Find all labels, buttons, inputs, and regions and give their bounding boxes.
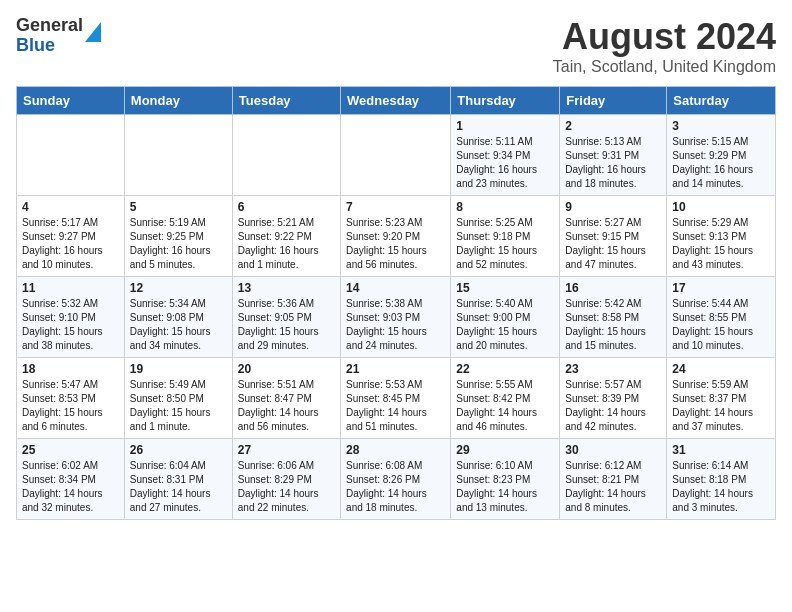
day-info: Sunrise: 5:32 AMSunset: 9:10 PMDaylight:… <box>22 297 119 353</box>
day-info: Sunrise: 6:08 AMSunset: 8:26 PMDaylight:… <box>346 459 445 515</box>
calendar-header-row: SundayMondayTuesdayWednesdayThursdayFrid… <box>17 87 776 115</box>
day-info: Sunrise: 5:53 AMSunset: 8:45 PMDaylight:… <box>346 378 445 434</box>
day-info: Sunrise: 5:51 AMSunset: 8:47 PMDaylight:… <box>238 378 335 434</box>
calendar-cell: 30Sunrise: 6:12 AMSunset: 8:21 PMDayligh… <box>560 439 667 520</box>
calendar-cell: 13Sunrise: 5:36 AMSunset: 9:05 PMDayligh… <box>232 277 340 358</box>
calendar-cell: 27Sunrise: 6:06 AMSunset: 8:29 PMDayligh… <box>232 439 340 520</box>
calendar-cell: 22Sunrise: 5:55 AMSunset: 8:42 PMDayligh… <box>451 358 560 439</box>
title-block: August 2024 Tain, Scotland, United Kingd… <box>553 16 776 76</box>
day-info: Sunrise: 5:47 AMSunset: 8:53 PMDaylight:… <box>22 378 119 434</box>
calendar-cell: 16Sunrise: 5:42 AMSunset: 8:58 PMDayligh… <box>560 277 667 358</box>
day-number: 17 <box>672 281 770 295</box>
calendar-cell: 1Sunrise: 5:11 AMSunset: 9:34 PMDaylight… <box>451 115 560 196</box>
day-number: 24 <box>672 362 770 376</box>
calendar-cell: 26Sunrise: 6:04 AMSunset: 8:31 PMDayligh… <box>124 439 232 520</box>
calendar-week-row: 11Sunrise: 5:32 AMSunset: 9:10 PMDayligh… <box>17 277 776 358</box>
day-info: Sunrise: 5:42 AMSunset: 8:58 PMDaylight:… <box>565 297 661 353</box>
calendar-cell: 19Sunrise: 5:49 AMSunset: 8:50 PMDayligh… <box>124 358 232 439</box>
calendar-cell: 4Sunrise: 5:17 AMSunset: 9:27 PMDaylight… <box>17 196 125 277</box>
day-info: Sunrise: 5:21 AMSunset: 9:22 PMDaylight:… <box>238 216 335 272</box>
day-number: 19 <box>130 362 227 376</box>
calendar-cell <box>232 115 340 196</box>
day-number: 4 <box>22 200 119 214</box>
day-number: 5 <box>130 200 227 214</box>
calendar-table: SundayMondayTuesdayWednesdayThursdayFrid… <box>16 86 776 520</box>
day-number: 14 <box>346 281 445 295</box>
day-info: Sunrise: 6:14 AMSunset: 8:18 PMDaylight:… <box>672 459 770 515</box>
day-number: 9 <box>565 200 661 214</box>
calendar-cell: 7Sunrise: 5:23 AMSunset: 9:20 PMDaylight… <box>341 196 451 277</box>
day-number: 15 <box>456 281 554 295</box>
calendar-cell: 15Sunrise: 5:40 AMSunset: 9:00 PMDayligh… <box>451 277 560 358</box>
day-number: 22 <box>456 362 554 376</box>
calendar-cell: 20Sunrise: 5:51 AMSunset: 8:47 PMDayligh… <box>232 358 340 439</box>
header-saturday: Saturday <box>667 87 776 115</box>
day-info: Sunrise: 5:38 AMSunset: 9:03 PMDaylight:… <box>346 297 445 353</box>
day-number: 20 <box>238 362 335 376</box>
logo-general: General <box>16 16 83 36</box>
day-number: 16 <box>565 281 661 295</box>
logo-blue: Blue <box>16 36 83 56</box>
day-number: 12 <box>130 281 227 295</box>
day-number: 8 <box>456 200 554 214</box>
header-sunday: Sunday <box>17 87 125 115</box>
day-info: Sunrise: 5:49 AMSunset: 8:50 PMDaylight:… <box>130 378 227 434</box>
day-number: 11 <box>22 281 119 295</box>
day-number: 21 <box>346 362 445 376</box>
calendar-cell: 24Sunrise: 5:59 AMSunset: 8:37 PMDayligh… <box>667 358 776 439</box>
day-info: Sunrise: 5:29 AMSunset: 9:13 PMDaylight:… <box>672 216 770 272</box>
calendar-cell: 18Sunrise: 5:47 AMSunset: 8:53 PMDayligh… <box>17 358 125 439</box>
day-info: Sunrise: 5:25 AMSunset: 9:18 PMDaylight:… <box>456 216 554 272</box>
day-number: 26 <box>130 443 227 457</box>
day-info: Sunrise: 5:15 AMSunset: 9:29 PMDaylight:… <box>672 135 770 191</box>
calendar-cell: 25Sunrise: 6:02 AMSunset: 8:34 PMDayligh… <box>17 439 125 520</box>
day-number: 2 <box>565 119 661 133</box>
calendar-cell <box>124 115 232 196</box>
day-info: Sunrise: 6:12 AMSunset: 8:21 PMDaylight:… <box>565 459 661 515</box>
calendar-cell: 11Sunrise: 5:32 AMSunset: 9:10 PMDayligh… <box>17 277 125 358</box>
day-number: 18 <box>22 362 119 376</box>
day-info: Sunrise: 5:36 AMSunset: 9:05 PMDaylight:… <box>238 297 335 353</box>
header-thursday: Thursday <box>451 87 560 115</box>
day-number: 10 <box>672 200 770 214</box>
page-header: General Blue August 2024 Tain, Scotland,… <box>16 16 776 76</box>
calendar-cell: 23Sunrise: 5:57 AMSunset: 8:39 PMDayligh… <box>560 358 667 439</box>
day-info: Sunrise: 6:02 AMSunset: 8:34 PMDaylight:… <box>22 459 119 515</box>
header-wednesday: Wednesday <box>341 87 451 115</box>
calendar-week-row: 18Sunrise: 5:47 AMSunset: 8:53 PMDayligh… <box>17 358 776 439</box>
calendar-cell: 9Sunrise: 5:27 AMSunset: 9:15 PMDaylight… <box>560 196 667 277</box>
day-number: 30 <box>565 443 661 457</box>
day-number: 25 <box>22 443 119 457</box>
day-info: Sunrise: 5:34 AMSunset: 9:08 PMDaylight:… <box>130 297 227 353</box>
calendar-cell: 12Sunrise: 5:34 AMSunset: 9:08 PMDayligh… <box>124 277 232 358</box>
day-info: Sunrise: 5:40 AMSunset: 9:00 PMDaylight:… <box>456 297 554 353</box>
day-info: Sunrise: 6:10 AMSunset: 8:23 PMDaylight:… <box>456 459 554 515</box>
calendar-cell <box>17 115 125 196</box>
calendar-week-row: 4Sunrise: 5:17 AMSunset: 9:27 PMDaylight… <box>17 196 776 277</box>
day-info: Sunrise: 5:44 AMSunset: 8:55 PMDaylight:… <box>672 297 770 353</box>
header-friday: Friday <box>560 87 667 115</box>
day-number: 29 <box>456 443 554 457</box>
calendar-cell <box>341 115 451 196</box>
header-tuesday: Tuesday <box>232 87 340 115</box>
day-number: 23 <box>565 362 661 376</box>
calendar-cell: 17Sunrise: 5:44 AMSunset: 8:55 PMDayligh… <box>667 277 776 358</box>
day-info: Sunrise: 5:19 AMSunset: 9:25 PMDaylight:… <box>130 216 227 272</box>
calendar-cell: 31Sunrise: 6:14 AMSunset: 8:18 PMDayligh… <box>667 439 776 520</box>
logo-triangle-icon <box>85 22 101 42</box>
day-info: Sunrise: 5:23 AMSunset: 9:20 PMDaylight:… <box>346 216 445 272</box>
day-info: Sunrise: 5:55 AMSunset: 8:42 PMDaylight:… <box>456 378 554 434</box>
day-info: Sunrise: 5:57 AMSunset: 8:39 PMDaylight:… <box>565 378 661 434</box>
day-number: 6 <box>238 200 335 214</box>
day-info: Sunrise: 6:04 AMSunset: 8:31 PMDaylight:… <box>130 459 227 515</box>
day-number: 27 <box>238 443 335 457</box>
calendar-cell: 14Sunrise: 5:38 AMSunset: 9:03 PMDayligh… <box>341 277 451 358</box>
calendar-cell: 2Sunrise: 5:13 AMSunset: 9:31 PMDaylight… <box>560 115 667 196</box>
day-info: Sunrise: 5:27 AMSunset: 9:15 PMDaylight:… <box>565 216 661 272</box>
calendar-cell: 8Sunrise: 5:25 AMSunset: 9:18 PMDaylight… <box>451 196 560 277</box>
logo-text: General Blue <box>16 16 83 56</box>
day-info: Sunrise: 5:17 AMSunset: 9:27 PMDaylight:… <box>22 216 119 272</box>
header-monday: Monday <box>124 87 232 115</box>
calendar-cell: 10Sunrise: 5:29 AMSunset: 9:13 PMDayligh… <box>667 196 776 277</box>
day-info: Sunrise: 6:06 AMSunset: 8:29 PMDaylight:… <box>238 459 335 515</box>
